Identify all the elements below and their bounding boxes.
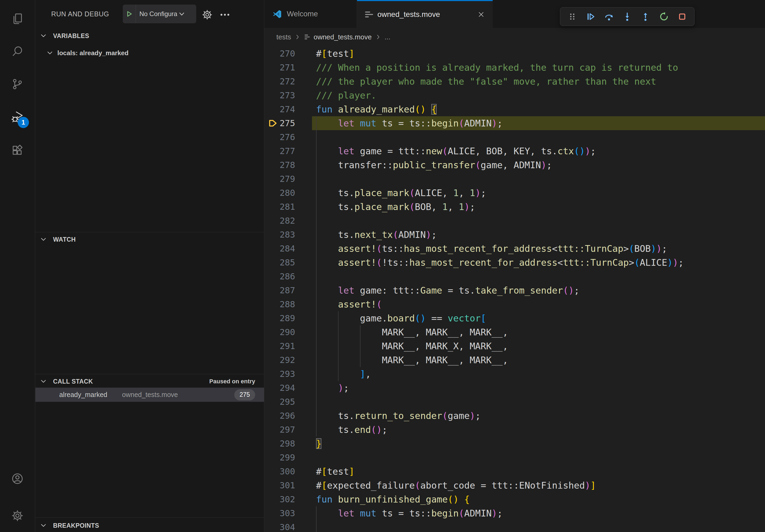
code-line[interactable]: #[expected_failure(abort_code = ttt::ENo…: [316, 478, 596, 492]
code-line[interactable]: ts.return_to_sender(game);: [316, 409, 480, 423]
line-number[interactable]: 304: [264, 520, 295, 532]
settings-gear-icon[interactable]: [11, 509, 24, 522]
breakpoints-section-header[interactable]: BREAKPOINTS: [35, 519, 264, 532]
code-line[interactable]: MARK__, MARK_X, MARK__,: [316, 339, 508, 353]
code-line[interactable]: );: [316, 381, 349, 395]
code-line[interactable]: assert!(!ts::has_most_recent_for_address…: [316, 256, 684, 269]
line-number[interactable]: 280: [264, 186, 295, 200]
line-number[interactable]: 288: [264, 297, 295, 311]
start-debug-play-icon[interactable]: [123, 5, 136, 23]
code-line[interactable]: #[test]: [316, 464, 355, 478]
code-line[interactable]: #[test]: [316, 47, 355, 61]
code-line[interactable]: let game = ttt::new(ALICE, BOB, KEY, ts.…: [316, 144, 596, 158]
line-number[interactable]: 281: [264, 200, 295, 214]
code-token: ts.: [316, 229, 355, 240]
line-number[interactable]: 295: [264, 395, 295, 409]
watch-section-header[interactable]: WATCH: [35, 232, 264, 246]
code-line[interactable]: fun already_marked() {: [316, 102, 437, 116]
line-number[interactable]: 270: [264, 47, 295, 61]
search-icon[interactable]: [11, 45, 24, 58]
code-line[interactable]: ts.place_mark(BOB, 1, 1);: [316, 200, 475, 214]
step-over-button[interactable]: [603, 11, 615, 22]
extensions-icon[interactable]: [11, 143, 24, 156]
code-line[interactable]: let mut ts = ts::begin(ADMIN);: [316, 116, 502, 130]
variables-scope-row[interactable]: locals: already_marked: [35, 46, 264, 60]
source-control-icon[interactable]: [11, 78, 24, 91]
line-number[interactable]: 271: [264, 61, 295, 75]
code-line[interactable]: assert!(ts::has_most_recent_for_address<…: [316, 242, 667, 256]
step-into-button[interactable]: [622, 11, 633, 22]
code-line[interactable]: fun burn_unfinished_game() {: [316, 492, 469, 506]
launch-config-label: No Configura: [136, 10, 177, 18]
line-number[interactable]: 277: [264, 144, 295, 158]
continue-button[interactable]: [585, 11, 596, 22]
code-token: game, ADMIN: [480, 160, 541, 170]
line-number[interactable]: 286: [264, 269, 295, 283]
line-number[interactable]: 279: [264, 172, 295, 186]
code-token: (: [409, 187, 415, 198]
launch-config-dropdown[interactable]: No Configura: [123, 5, 196, 23]
code-line[interactable]: /// When a position is already marked, t…: [316, 61, 678, 75]
line-number[interactable]: 302: [264, 492, 295, 506]
code-line[interactable]: ],: [316, 367, 371, 381]
line-number[interactable]: 273: [264, 89, 295, 102]
code-token: assert!: [338, 243, 376, 254]
account-icon[interactable]: [11, 472, 24, 485]
code-token: ): [426, 229, 431, 240]
code-token: {: [464, 494, 469, 505]
line-number[interactable]: 294: [264, 381, 295, 395]
line-number[interactable]: 291: [264, 339, 295, 353]
line-number[interactable]: 297: [264, 423, 295, 437]
line-number[interactable]: 290: [264, 325, 295, 339]
code-line[interactable]: let mut ts = ts::begin(ADMIN);: [316, 506, 502, 520]
line-number[interactable]: 293: [264, 367, 295, 381]
line-number[interactable]: 272: [264, 75, 295, 89]
code-line[interactable]: assert!(: [316, 297, 382, 311]
code-line[interactable]: ts.end();: [316, 423, 387, 437]
code-line[interactable]: /// the player who made the "false" move…: [316, 75, 656, 89]
call-stack-frame-row[interactable]: already_marked owned_tests.move 275: [35, 388, 264, 402]
code-line[interactable]: transfer::public_transfer(game, ADMIN);: [316, 158, 552, 172]
drag-handle-icon[interactable]: [567, 11, 578, 22]
line-number[interactable]: 299: [264, 450, 295, 464]
code-line[interactable]: MARK__, MARK__, MARK__,: [316, 325, 508, 339]
line-number[interactable]: 303: [264, 506, 295, 520]
step-out-button[interactable]: [640, 11, 651, 22]
stop-button[interactable]: [677, 11, 688, 22]
debug-settings-gear-icon[interactable]: [201, 9, 213, 21]
code-line[interactable]: MARK__, MARK__, MARK__,: [316, 353, 508, 367]
line-number[interactable]: 285: [264, 256, 295, 269]
code-line[interactable]: /// player.: [316, 89, 376, 102]
code-line[interactable]: }: [316, 437, 322, 450]
line-number[interactable]: 274: [264, 102, 295, 116]
line-number[interactable]: 298: [264, 437, 295, 450]
line-number[interactable]: 289: [264, 311, 295, 325]
code-token: ): [585, 146, 590, 156]
more-actions-icon[interactable]: [219, 9, 231, 21]
line-number[interactable]: 292: [264, 353, 295, 367]
line-number[interactable]: 284: [264, 242, 295, 256]
line-number[interactable]: 301: [264, 478, 295, 492]
code-token: return_to_sender: [355, 410, 442, 421]
code-line[interactable]: ts.next_tx(ADMIN);: [316, 228, 437, 242]
restart-button[interactable]: [658, 11, 670, 22]
line-number[interactable]: 287: [264, 283, 295, 297]
code-token: (: [447, 494, 453, 505]
line-number[interactable]: 300: [264, 464, 295, 478]
line-number[interactable]: 296: [264, 409, 295, 423]
call-stack-section-header[interactable]: CALL STACK Paused on entry: [35, 375, 264, 389]
line-number[interactable]: 276: [264, 130, 295, 144]
line-number[interactable]: 282: [264, 214, 295, 228]
section-divider: [35, 517, 264, 518]
code-layer[interactable]: 270#[test]271/// When a position is alre…: [264, 0, 765, 532]
editor-group: Welcome owned_tests.move tests owned_tes…: [264, 0, 765, 532]
code-token: ;: [497, 508, 502, 519]
line-number[interactable]: 278: [264, 158, 295, 172]
code-token: burn_unfinished_game: [338, 494, 447, 505]
code-line[interactable]: game.board() == vector[: [316, 311, 486, 325]
explorer-icon[interactable]: [11, 12, 24, 25]
code-line[interactable]: let game: ttt::Game = ts.take_from_sende…: [316, 283, 579, 297]
code-line[interactable]: ts.place_mark(ALICE, 1, 1);: [316, 186, 486, 200]
line-number[interactable]: 283: [264, 228, 295, 242]
variables-section-header[interactable]: VARIABLES: [35, 29, 264, 43]
